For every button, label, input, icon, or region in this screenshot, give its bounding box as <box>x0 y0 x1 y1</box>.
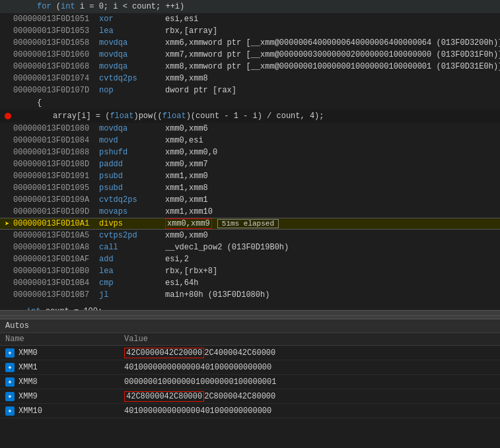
autos-row-xmm8: ◈ XMM8 00000001000000010000000100000001 <box>0 375 500 389</box>
reg-icon-xmm10: ◈ <box>5 406 15 416</box>
asm-line-xor: 000000013F0D1051 xor esi,esi <box>0 13 500 25</box>
reg-icon-xmm1: ◈ <box>5 363 15 372</box>
asm-line-pshufd: 000000013F0D1088 pshufd xmm0,xmm0,0 <box>0 146 500 158</box>
reg-icon-xmm9: ◈ <box>5 392 15 401</box>
asm-line-movdqa-xmm8: 000000013F0D1068 movdqa xmm8,xmmword ptr… <box>0 61 500 73</box>
asm-line-psubd-1: 000000013F0D1091 psubd xmm1,xmm0 <box>0 170 500 182</box>
autos-row-xmm0: ◈ XMM0 42C0000042C200002C4000042C60000 <box>0 346 500 360</box>
breakpoint-dot <box>5 113 11 119</box>
xmm0-value-outlined: 42C0000042C20000 <box>124 348 204 358</box>
asm-line-jl: 000000013F0D10B7 jl main+80h (013F0D1080… <box>0 289 500 301</box>
source-line-brace: { <box>0 96 500 110</box>
autos-panel: Autos Name Value ◈ XMM0 42C0000042C20000… <box>0 319 500 448</box>
autos-row-xmm10: ◈ XMM10 4010000000000000401000000000000 <box>0 404 500 418</box>
reg-icon-xmm8: ◈ <box>5 377 15 387</box>
source-line-array: array[i] = (float)pow((float)(count - 1 … <box>0 110 500 123</box>
disasm-scrollbar[interactable] <box>0 310 500 315</box>
source-line-count: int count = 100; <box>0 305 500 310</box>
asm-line-call: 000000013F0D10A8 call __vdecl_pow2 (013F… <box>0 241 500 253</box>
asm-line-movd: 000000013F0D1084 movd xmm0,esi <box>0 135 500 146</box>
asm-line-lea-array: 000000013F0D1053 lea rbx,[array] <box>0 25 500 37</box>
autos-row-xmm1: ◈ XMM1 4010000000000000401000000000000 <box>0 360 500 375</box>
asm-line-cvtdq2ps-2: 000000013F0D109A cvtdq2ps xmm0,xmm1 <box>0 194 500 206</box>
disasm-panel: for (int i = 0; i < count; ++i) 00000001… <box>0 0 500 310</box>
asm-line-paddd: 000000013F0D108D paddd xmm0,xmm7 <box>0 158 500 170</box>
asm-line-nop: 000000013F0D107D nop dword ptr [rax] <box>0 84 500 96</box>
asm-line-cmp: 000000013F0D10B4 cmp esi,64h <box>0 277 500 289</box>
asm-line-movdqa-xmm0: 000000013F0D1080 movdqa xmm0,xmm6 <box>0 123 500 135</box>
asm-line-cvtps2pd: 000000013F0D10A5 cvtps2pd xmm0,xmm0 <box>0 230 500 241</box>
asm-line-add: 000000013F0D10AF add esi,2 <box>0 253 500 265</box>
asm-line-cvtdq2ps-1: 000000013F0D1074 cvtdq2ps xmm9,xmm8 <box>0 73 500 84</box>
asm-line-lea-rbx: 000000013F0D10B0 lea rbx,[rbx+8] <box>0 265 500 277</box>
asm-line-movdqa-xmm7: 000000013F0D1060 movdqa xmm7,xmmword ptr… <box>0 49 500 61</box>
xmm8-value: 00000001000000010000000100000001 <box>124 377 276 387</box>
breakpoint-gutter-main <box>3 113 13 119</box>
xmm9-value-outlined: 42C8000042C80000 <box>124 391 204 402</box>
source-line-for: for (int i = 0; i < count; ++i) <box>0 0 500 13</box>
autos-title: Autos <box>0 319 500 333</box>
autos-header: Name Value <box>0 333 500 346</box>
xmm10-value: 4010000000000000401000000000000 <box>124 406 271 416</box>
asm-line-movdqa-xmm6: 000000013F0D1058 movdqa xmm6,xmmword ptr… <box>0 37 500 49</box>
timing-badge: 51ms elapsed <box>217 219 279 228</box>
current-line-arrow: ➤ <box>5 220 11 227</box>
asm-line-divps: ➤ 000000013F0D10A1 divps xmm0,xmm9 51ms … <box>0 218 500 230</box>
asm-line-psubd-2: 000000013F0D1095 psubd xmm1,xmm8 <box>0 182 500 194</box>
asm-line-movaps: 000000013F0D109D movaps xmm1,xmm10 <box>0 206 500 218</box>
autos-row-xmm9: ◈ XMM9 42C8000042C800002C8000042C80000 <box>0 389 500 404</box>
xmm1-value: 4010000000000000401000000000000 <box>124 363 271 372</box>
reg-icon-xmm0: ◈ <box>5 348 15 358</box>
